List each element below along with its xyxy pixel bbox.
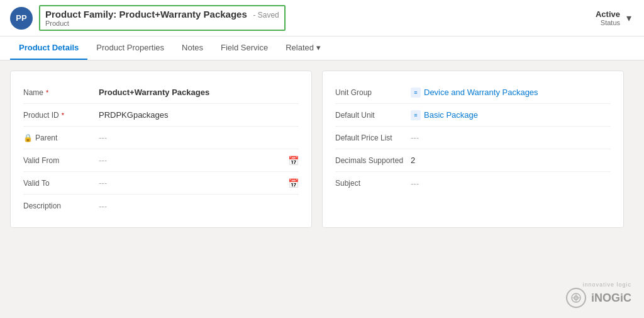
header-left: PP Product Family: Product+Warranty Pack… — [10, 5, 286, 31]
status-label: Status — [596, 19, 620, 26]
calendar-icon-valid-from[interactable]: 📅 — [288, 156, 299, 166]
status-block: Active Status — [596, 9, 620, 26]
field-subject: Subject --- — [335, 172, 611, 195]
field-parent: 🔒 Parent --- — [23, 127, 299, 149]
tab-related[interactable]: Related ▾ — [277, 37, 330, 60]
label-unit-group: Unit Group — [335, 88, 411, 97]
label-product-id: Product ID * — [23, 111, 99, 120]
field-decimals-supported: Decimals Supported 2 — [335, 149, 611, 172]
page-title: Product Family: Product+Warranty Package… — [45, 9, 247, 20]
field-valid-from: Valid From --- 📅 — [23, 149, 299, 172]
status-chevron-button[interactable]: ▾ — [624, 9, 634, 26]
value-default-price-list: --- — [411, 133, 611, 142]
header-right: Active Status ▾ — [596, 9, 634, 26]
required-star-name: * — [46, 89, 48, 96]
field-description: Description --- — [23, 195, 299, 217]
related-chevron-icon: ▾ — [316, 43, 321, 52]
field-product-id: Product ID * PRDPKGpackages — [23, 104, 299, 127]
header-subtitle: Product — [45, 20, 279, 27]
value-description: --- — [99, 202, 299, 211]
value-product-id: PRDPKGpackages — [99, 110, 299, 120]
label-parent: 🔒 Parent — [23, 133, 99, 142]
field-valid-to: Valid To --- 📅 — [23, 172, 299, 195]
saved-label: - Saved — [253, 11, 279, 20]
value-valid-from: --- — [99, 156, 288, 165]
field-unit-group: Unit Group ≡ Device and Warranty Package… — [335, 81, 611, 104]
label-decimals-supported: Decimals Supported — [335, 156, 411, 165]
tab-notes[interactable]: Notes — [173, 37, 212, 60]
calendar-icon-valid-to[interactable]: 📅 — [288, 178, 299, 188]
label-description: Description — [23, 202, 99, 210]
field-default-unit: Default Unit ≡ Basic Package — [335, 104, 611, 127]
avatar: PP — [10, 7, 33, 30]
lock-icon: 🔒 — [23, 133, 33, 142]
value-parent: --- — [99, 133, 299, 142]
link-icon-unit-group: ≡ — [411, 88, 421, 98]
link-icon-default-unit: ≡ — [411, 110, 421, 120]
page-header: PP Product Family: Product+Warranty Pack… — [0, 0, 644, 37]
label-name: Name * — [23, 88, 99, 97]
field-name: Name * Product+Warranty Packages — [23, 81, 299, 104]
tab-field-service[interactable]: Field Service — [212, 37, 277, 60]
label-default-price-list: Default Price List — [335, 133, 411, 142]
left-card: Name * Product+Warranty Packages Product… — [10, 71, 312, 228]
label-subject: Subject — [335, 179, 411, 188]
label-default-unit: Default Unit — [335, 111, 411, 120]
value-valid-to: --- — [99, 178, 288, 188]
right-card: Unit Group ≡ Device and Warranty Package… — [322, 71, 624, 228]
required-star-product-id: * — [62, 111, 64, 119]
field-default-price-list: Default Price List --- — [335, 127, 611, 149]
value-name: Product+Warranty Packages — [99, 88, 299, 97]
status-value: Active — [596, 9, 620, 19]
label-valid-to: Valid To — [23, 179, 99, 188]
value-decimals-supported: 2 — [411, 156, 611, 165]
value-default-unit[interactable]: ≡ Basic Package — [411, 110, 611, 120]
main-content: Name * Product+Warranty Packages Product… — [0, 60, 644, 238]
tab-product-details[interactable]: Product Details — [10, 37, 87, 60]
tab-product-properties[interactable]: Product Properties — [87, 37, 173, 60]
header-title-row: Product Family: Product+Warranty Package… — [45, 9, 279, 20]
value-subject: --- — [411, 179, 611, 188]
label-valid-from: Valid From — [23, 156, 99, 165]
nav-tabs: Product Details Product Properties Notes… — [0, 37, 644, 60]
title-block: Product Family: Product+Warranty Package… — [39, 5, 286, 31]
value-unit-group[interactable]: ≡ Device and Warranty Packages — [411, 88, 611, 98]
